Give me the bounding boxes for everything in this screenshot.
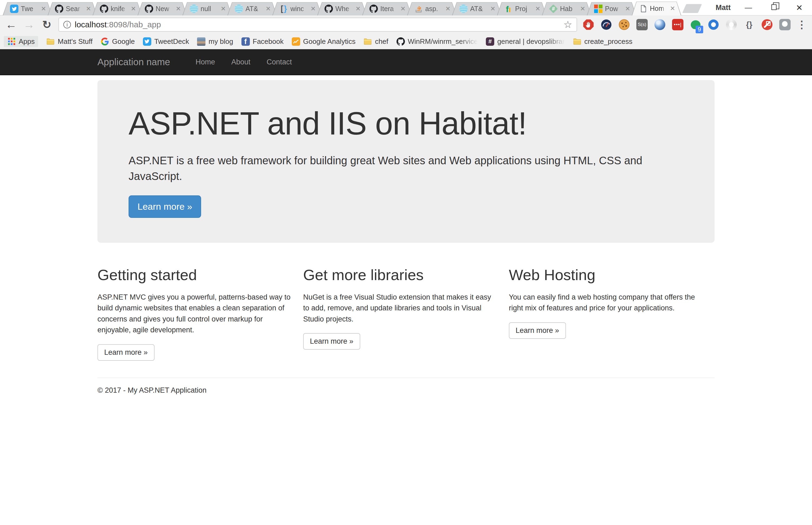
microsoft-icon xyxy=(594,4,602,13)
tab-close-icon[interactable] xyxy=(670,5,676,12)
jumbotron: ASP.NET and IIS on Habitat! ASP.NET is a… xyxy=(97,80,715,243)
tab-title: Whe xyxy=(335,5,352,13)
stackoverflow-icon xyxy=(415,4,423,13)
cookie-icon[interactable] xyxy=(618,19,630,31)
web-page: Application name Home About Contact ASP.… xyxy=(0,49,812,411)
back-icon[interactable] xyxy=(5,18,17,31)
tab-close-icon[interactable] xyxy=(400,5,406,13)
browser-tab[interactable]: Sear xyxy=(48,2,97,15)
tab-close-icon[interactable] xyxy=(535,5,541,13)
feature-columns: Getting started ASP.NET MVC gives you a … xyxy=(97,256,715,361)
browser-tab[interactable]: Proj xyxy=(497,2,546,15)
speedometer-icon[interactable] xyxy=(600,19,612,31)
browser-tab[interactable]: AT& xyxy=(227,2,277,15)
bookmark-item[interactable]: Matt's Stuff xyxy=(46,38,93,46)
stop-hand-icon xyxy=(583,19,594,30)
nav-link-home[interactable]: Home xyxy=(187,58,223,66)
password-card-icon[interactable]: •••| xyxy=(672,19,684,31)
bookmark-item[interactable]: Google xyxy=(101,38,135,46)
nav-link-about[interactable]: About xyxy=(223,58,259,66)
restore-icon xyxy=(771,4,777,10)
slack-icon xyxy=(486,38,494,46)
close-button[interactable] xyxy=(786,3,812,13)
tab-title: AT& xyxy=(470,5,487,13)
forward-icon[interactable] xyxy=(23,18,35,31)
column-title: Web Hosting xyxy=(509,266,704,284)
menu-icon[interactable] xyxy=(796,19,807,31)
learn-more-button[interactable]: Learn more » xyxy=(509,322,566,339)
address-bar[interactable]: localhost:8098/hab_app xyxy=(59,18,577,32)
tab-title: AT& xyxy=(245,5,262,13)
browser-tab[interactable]: knife xyxy=(93,2,142,15)
bookmark-item[interactable]: create_process xyxy=(573,38,633,46)
bookmark-item[interactable]: Google Analytics xyxy=(292,38,356,46)
tab-close-icon[interactable] xyxy=(355,5,361,13)
info-icon[interactable] xyxy=(63,21,71,28)
tab-close-icon[interactable] xyxy=(310,5,316,13)
swirl-icon[interactable] xyxy=(725,19,737,31)
blocked-plugin-icon[interactable] xyxy=(761,19,773,31)
tab-close-icon[interactable] xyxy=(40,5,47,13)
adblock-icon[interactable] xyxy=(583,19,595,31)
url-host: localhost xyxy=(75,20,107,29)
browser-tab[interactable]: New xyxy=(137,2,187,15)
no-plug-shape xyxy=(762,19,772,30)
browser-tab[interactable]: Whe xyxy=(317,2,367,15)
bookmark-label: general | devopslibrar xyxy=(497,38,565,46)
blue-ring-icon[interactable] xyxy=(708,19,719,31)
restore-button[interactable] xyxy=(761,4,786,11)
browser-tab[interactable]: Twe xyxy=(3,2,52,15)
bookmark-label: Google xyxy=(112,38,135,46)
navbar-brand[interactable]: Application name xyxy=(97,57,170,68)
browser-tab[interactable]: asp. xyxy=(407,2,456,15)
sauce-labs-icon[interactable]: S(s) xyxy=(636,19,648,31)
column-web-hosting: Web Hosting You can easily find a web ho… xyxy=(509,256,715,361)
column-title: Getting started xyxy=(97,266,293,284)
new-tab-button[interactable] xyxy=(682,4,702,13)
bookmark-label: create_process xyxy=(584,38,633,46)
browser-tab[interactable]: Hab xyxy=(542,2,591,15)
bookmark-apps[interactable]: Apps xyxy=(4,36,38,47)
browser-tab[interactable]: Itera xyxy=(362,2,412,15)
browser-tab[interactable]: Pow xyxy=(587,2,636,15)
tab-close-icon[interactable] xyxy=(265,5,271,13)
profile-name[interactable]: Matt xyxy=(716,3,731,12)
camera-shape xyxy=(779,19,791,30)
tab-close-icon[interactable] xyxy=(490,5,496,13)
tab-close-icon[interactable] xyxy=(220,5,227,13)
star-icon[interactable] xyxy=(563,19,572,30)
chat-bubble-icon[interactable]: 9 xyxy=(690,19,702,31)
browser-tab[interactable]: winc xyxy=(272,2,322,15)
reload-icon[interactable] xyxy=(41,18,53,31)
learn-more-button[interactable]: Learn more » xyxy=(303,333,360,350)
bookmark-item[interactable]: TweetDeck xyxy=(143,38,189,46)
bookmark-item[interactable]: general | devopslibrar xyxy=(486,38,565,46)
code-brackets-icon xyxy=(280,4,288,13)
minimize-button[interactable] xyxy=(736,3,761,12)
tab-close-icon[interactable] xyxy=(580,5,586,13)
nav-link-contact[interactable]: Contact xyxy=(258,58,300,66)
learn-more-primary-button[interactable]: Learn more » xyxy=(129,195,201,218)
folder-icon xyxy=(573,38,582,46)
browser-tab[interactable]: null xyxy=(182,2,232,15)
bookmark-label: WinRM/winrm_service xyxy=(408,38,478,46)
screenshot-icon[interactable] xyxy=(779,19,791,31)
bookmark-label: Facebook xyxy=(253,38,284,46)
tab-close-icon[interactable] xyxy=(130,5,137,13)
browser-tab[interactable]: AT& xyxy=(452,2,501,15)
browser-tab-active[interactable]: Hom xyxy=(632,2,681,15)
tab-title: Sear xyxy=(66,5,83,13)
bookmark-item[interactable]: Facebook xyxy=(241,38,284,46)
tab-close-icon[interactable] xyxy=(445,5,451,13)
tab-close-icon[interactable] xyxy=(175,5,182,13)
site-navbar: Application name Home About Contact xyxy=(0,49,812,75)
globe-sphere xyxy=(655,19,665,30)
bookmark-item[interactable]: my blog xyxy=(197,38,233,46)
bookmark-item[interactable]: WinRM/winrm_service xyxy=(396,38,478,46)
learn-more-button[interactable]: Learn more » xyxy=(97,344,154,361)
braces-icon[interactable]: {} xyxy=(743,19,755,31)
globe-icon[interactable] xyxy=(654,19,666,31)
tab-close-icon[interactable] xyxy=(85,5,92,13)
tab-close-icon[interactable] xyxy=(625,5,631,13)
bookmark-item[interactable]: chef xyxy=(363,38,388,46)
